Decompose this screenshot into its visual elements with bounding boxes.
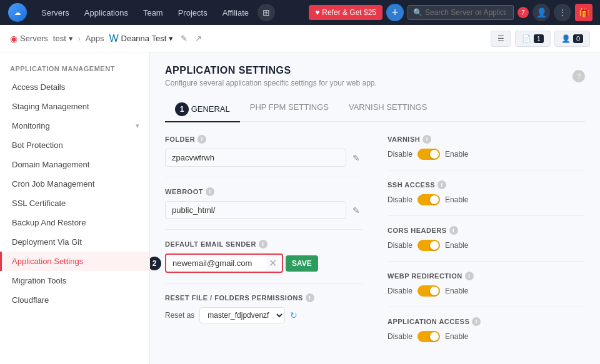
webroot-edit-button[interactable]: ✎ [350,203,362,218]
page-subtitle: Configure several application specific s… [165,79,377,87]
divider-r2 [388,215,585,216]
external-link-button[interactable]: ↗ [192,32,204,44]
folder-label: FOLDER i [165,135,362,144]
tab-php-fpm[interactable]: PHP FPM SETTINGS [240,97,339,122]
sidebar-item-monitoring[interactable]: Monitoring ▾ [0,116,149,135]
wp-icon: W [109,33,118,44]
help-icon[interactable]: ? [572,70,585,82]
webp-info-icon[interactable]: i [465,272,474,280]
email-input[interactable] [166,255,266,272]
chevron-down-icon-app[interactable]: ▾ [169,34,173,43]
sidebar-item-domain[interactable]: Domain Management [0,155,149,174]
nav-right-section: ♥ Refer & Get $25 + 🔍 7 👤 ⋮ 🎁 [309,4,592,21]
user-avatar[interactable]: 👤 [532,4,550,21]
heart-icon: ♥ [315,8,319,17]
sidebar-item-backup[interactable]: Backup And Restore [0,213,149,232]
folder-input-row: ✎ [165,149,362,167]
add-button[interactable]: + [386,4,404,21]
brand-logo[interactable]: ☁ [8,2,28,22]
folder-edit-button[interactable]: ✎ [350,150,362,165]
toggle-thumb [430,150,439,159]
varnish-info-icon[interactable]: i [422,135,431,144]
settings-grid: FOLDER i ✎ WEBROOT i [165,135,585,352]
nav-projects[interactable]: Projects [172,6,214,20]
varnish-toggle[interactable] [418,149,440,160]
toggle-thumb-webp [430,287,439,295]
settings-right-column: VARNISH i Disable Enable SSH [388,135,585,352]
users-button[interactable]: 👤 0 [554,31,590,47]
divider-3 [165,283,362,283]
sidebar-item-cron[interactable]: Cron Job Management [0,174,149,194]
reset-refresh-button[interactable]: ↻ [290,310,298,320]
search-input[interactable] [425,8,506,17]
webroot-setting: WEBROOT i ✎ [165,187,362,219]
app-access-info-icon[interactable]: i [472,317,481,326]
main-content: APPLICATION SETTINGS Configure several a… [150,52,600,364]
tab-varnish[interactable]: VARNISH SETTINGS [339,97,437,122]
breadcrumb-app: W Deanna Test ▾ ✎ ↗ [109,32,204,44]
edit-app-button[interactable]: ✎ [178,32,190,44]
reset-select[interactable]: master_fdjpdvenzf [199,307,285,323]
toggle-thumb-ssh [430,195,439,204]
cors-toggle-row: Disable Enable [388,240,585,251]
cors-info-icon[interactable]: i [449,226,458,235]
app-access-toggle-row: Disable Enable [388,331,585,342]
sidebar-item-access-details[interactable]: Access Details [0,77,149,97]
divider-2 [165,229,362,230]
sidebar-item-deployment[interactable]: Deployment Via Git [0,232,149,252]
more-options-icon[interactable]: ⋮ [554,4,571,21]
reset-setting: RESET FILE / FOLDERS PERMISSIONS i Reset… [165,293,362,323]
sidebar-section-title: Application Management [0,62,149,77]
breadcrumb-separator-1: › [78,34,81,43]
clear-email-button[interactable]: ✕ [266,258,279,268]
nav-applications[interactable]: Applications [78,6,134,20]
sidebar-item-bot-protection[interactable]: Bot Protection [0,135,149,155]
app-access-setting: APPLICATION ACCESS i Disable Enable [388,317,585,342]
webroot-input[interactable] [165,201,346,219]
ssh-toggle-row: Disable Enable [388,194,585,205]
webroot-label: WEBROOT i [165,187,362,196]
ssh-setting: SSH ACCESS i Disable Enable [388,180,585,205]
list-view-button[interactable]: ☰ [491,31,511,47]
step-2-badge: 2 [150,257,161,270]
sidebar-item-app-settings[interactable]: Application Settings [0,252,149,271]
reset-info-icon[interactable]: i [306,293,314,302]
gift-icon[interactable]: 🎁 [575,4,592,21]
folder-info-icon[interactable]: i [198,135,206,144]
cors-toggle[interactable] [418,240,440,251]
nav-servers[interactable]: Servers [35,6,76,20]
files-button[interactable]: 📄 1 [515,31,551,47]
search-icon: 🔍 [413,8,422,17]
users-count: 0 [573,34,583,43]
refer-button[interactable]: ♥ Refer & Get $25 [309,5,382,20]
ssh-toggle[interactable] [418,194,440,205]
webp-toggle-row: Disable Enable [388,285,585,297]
email-info-icon[interactable]: i [259,240,268,248]
breadcrumb-server-select[interactable]: test ▾ [53,34,73,43]
reset-as-label: Reset as [165,311,194,320]
varnish-label: VARNISH i [388,135,585,144]
files-count: 1 [534,34,544,43]
ssh-info-icon[interactable]: i [438,180,446,189]
main-layout: Application Management Access Details St… [0,52,600,364]
tab-general[interactable]: 1 GENERAL [165,97,240,122]
nav-team[interactable]: Team [137,6,169,20]
webroot-info-icon[interactable]: i [206,187,214,196]
webp-toggle[interactable] [418,285,440,297]
grid-icon[interactable]: ⊞ [258,4,275,21]
top-navigation: ☁ Servers Applications Team Projects Aff… [0,0,600,25]
sidebar-item-cloudflare[interactable]: Cloudflare [0,290,149,310]
server-icon: ◉ [10,34,18,44]
sidebar-item-migration[interactable]: Migration Tools [0,271,149,290]
ssh-label: SSH ACCESS i [388,180,585,189]
sidebar-item-ssl[interactable]: SSL Certificate [0,194,149,213]
sidebar-item-staging[interactable]: Staging Management [0,97,149,116]
notification-badge[interactable]: 7 [518,7,529,18]
breadcrumb-actions: ✎ ↗ [178,32,204,44]
app-access-toggle[interactable] [418,331,440,342]
users-icon: 👤 [561,34,571,43]
folder-input[interactable] [165,149,346,167]
save-email-button[interactable]: SAVE [286,255,318,272]
nav-affiliate[interactable]: Affiliate [216,6,255,20]
divider-r1 [388,170,585,170]
